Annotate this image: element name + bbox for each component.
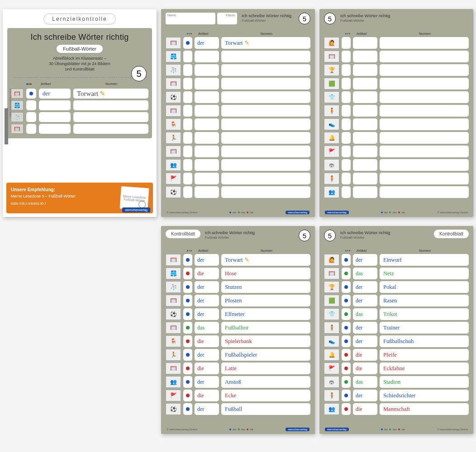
noun-field[interactable] (380, 78, 469, 89)
article-dot[interactable] (342, 64, 351, 76)
noun-field[interactable]: Torwart (221, 37, 310, 49)
article-dot[interactable] (342, 51, 351, 62)
article-field[interactable] (195, 64, 219, 76)
noun-field[interactable] (221, 64, 310, 76)
noun-field[interactable] (380, 173, 469, 184)
noun-field[interactable] (221, 132, 310, 144)
noun-field[interactable] (221, 118, 310, 130)
footer-logo: sternchenverlag (286, 211, 309, 214)
article-dot[interactable] (183, 91, 192, 103)
word-icon: 👥 (324, 403, 339, 415)
article-field[interactable] (195, 186, 219, 198)
article-dot[interactable] (342, 118, 351, 130)
article-dot[interactable] (342, 173, 351, 184)
article-dot[interactable] (183, 132, 192, 144)
article-dot[interactable] (342, 37, 351, 49)
article-dot[interactable] (342, 105, 351, 117)
word-icon: 🧍 (324, 322, 339, 334)
article-dot[interactable] (183, 173, 192, 184)
article-field[interactable] (195, 132, 219, 144)
noun-field[interactable] (221, 78, 310, 89)
article-field[interactable] (195, 146, 219, 157)
noun-field[interactable] (380, 132, 469, 144)
article-field[interactable] (195, 105, 219, 117)
article-field[interactable] (353, 159, 377, 171)
noun-field[interactable] (380, 51, 469, 62)
article-dot[interactable] (342, 186, 351, 198)
word-icon: 🥅 (166, 322, 181, 334)
noun-field[interactable] (380, 118, 469, 130)
vocabulary-row: 🥅 (166, 105, 310, 117)
noun-field[interactable] (221, 51, 310, 62)
article-dot[interactable] (183, 78, 192, 89)
cover-number-badge: 5 (131, 66, 147, 81)
article-dot[interactable] (342, 132, 351, 144)
article-field[interactable] (353, 105, 377, 117)
noun-field[interactable] (380, 146, 469, 157)
article-field[interactable]: der (195, 37, 219, 49)
article-field: der (195, 295, 219, 306)
article-dot[interactable] (183, 51, 192, 62)
noun-field: Elfmeter (221, 308, 310, 320)
footer-legend: der das die (229, 428, 253, 431)
article-field[interactable] (195, 118, 219, 130)
article-dot[interactable] (342, 159, 351, 171)
article-dot[interactable] (183, 64, 192, 76)
noun-field[interactable] (221, 91, 310, 103)
vocabulary-row: 🏃derFußballspieler (166, 349, 310, 361)
noun-field[interactable] (221, 186, 310, 198)
name-field[interactable]: Name (166, 13, 215, 24)
noun-field[interactable] (380, 186, 469, 198)
article-dot[interactable] (342, 78, 351, 89)
article-field[interactable] (353, 78, 377, 89)
vocabulary-row: 🩳dieHose (166, 268, 310, 279)
noun-field: Einwurf (380, 254, 469, 266)
vocabulary-row: ⚽ (166, 186, 310, 198)
worksheet-header: Name Klasse Ich schreibe Wörter richtig … (166, 13, 310, 28)
article-field[interactable] (353, 91, 377, 103)
article-field[interactable] (353, 186, 377, 198)
noun-field[interactable] (380, 37, 469, 49)
article-dot[interactable] (183, 159, 192, 171)
noun-field[interactable] (380, 105, 469, 117)
article-dot (183, 335, 192, 347)
article-field[interactable] (353, 37, 377, 49)
cover-subtitle-pill: Fußball-Wörter (57, 45, 102, 53)
article-dot[interactable] (342, 146, 351, 157)
noun-field[interactable] (221, 146, 310, 157)
article-dot (342, 390, 351, 401)
footer-legend: der das die (229, 211, 253, 214)
article-field[interactable] (195, 78, 219, 89)
article-field[interactable] (353, 132, 377, 144)
article-field[interactable] (195, 91, 219, 103)
noun-field: Spielerbank (221, 335, 310, 347)
article-dot[interactable] (183, 146, 192, 157)
vocabulary-row: 👕dasTrikot (324, 308, 469, 320)
article-dot[interactable] (183, 37, 192, 49)
noun-field[interactable] (380, 91, 469, 103)
article-dot[interactable] (183, 118, 192, 130)
article-field[interactable] (353, 51, 377, 62)
article-field: die (195, 268, 219, 279)
article-field[interactable] (195, 51, 219, 62)
vocabulary-row: 🚩dieEckfahne (324, 363, 469, 374)
klasse-field[interactable]: Klasse (217, 13, 237, 24)
word-icon: 🥅 (166, 146, 181, 157)
article-dot[interactable] (183, 105, 192, 117)
article-dot[interactable] (183, 186, 192, 198)
noun-field[interactable] (380, 159, 469, 171)
noun-field[interactable] (221, 105, 310, 117)
article-field[interactable] (353, 64, 377, 76)
article-field: das (353, 376, 377, 388)
article-dot (342, 363, 351, 374)
noun-field[interactable] (380, 64, 469, 76)
article-field[interactable] (195, 159, 219, 171)
article-field[interactable] (195, 173, 219, 184)
article-field[interactable] (353, 118, 377, 130)
article-field[interactable] (353, 173, 377, 184)
article-field: der (353, 322, 377, 334)
article-dot[interactable] (342, 91, 351, 103)
article-field[interactable] (353, 146, 377, 157)
noun-field[interactable] (221, 159, 310, 171)
noun-field[interactable] (221, 173, 310, 184)
